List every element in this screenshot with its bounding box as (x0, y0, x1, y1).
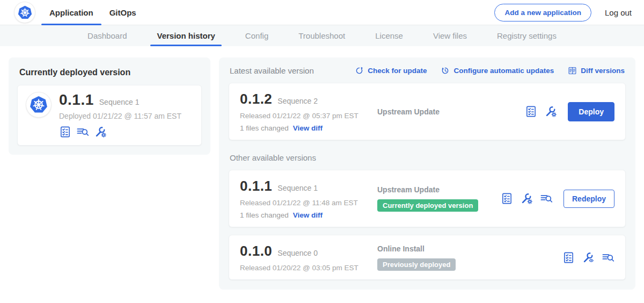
header-tab-application[interactable]: Application (49, 0, 93, 25)
schedule-icon (441, 66, 450, 75)
release-notes-icon[interactable] (501, 192, 513, 205)
action-check-for-update[interactable]: Check for update (355, 66, 427, 75)
version-number: 0.1.1 (240, 178, 272, 194)
deploy-button[interactable]: Deploy (568, 102, 614, 121)
subnav-item-version-history[interactable]: Version history (157, 25, 215, 46)
header-tabs: ApplicationGitOps (49, 0, 136, 25)
currently-deployed-panel: Currently deployed version 0.1.1 Sequenc… (9, 57, 210, 155)
view-diff-link[interactable]: View diff (293, 124, 323, 132)
latest-available-title: Latest available version (230, 66, 314, 75)
kubernetes-logo-icon (26, 92, 51, 117)
logs-icon[interactable] (77, 126, 89, 138)
subnav-item-view-files[interactable]: View files (433, 25, 467, 46)
top-header: ApplicationGitOps Add a new application … (0, 0, 644, 25)
version-status-badge: Currently deployed version (377, 199, 478, 212)
release-notes-icon[interactable] (525, 105, 537, 118)
version-sequence: Sequence 0 (277, 249, 318, 257)
config-icon[interactable] (545, 105, 557, 118)
current-version-number: 0.1.1 (59, 91, 94, 109)
latest-version-list: 0.1.2 Sequence 2 Released 01/21/22 @ 05:… (229, 83, 626, 140)
currently-deployed-card: 0.1.1 Sequence 1 Deployed 01/21/22 @ 11:… (17, 85, 202, 146)
other-available-title: Other available versions (230, 153, 625, 162)
diff-icon (568, 66, 577, 75)
version-source-label: Upstream Update (377, 185, 495, 194)
subnav-item-dashboard[interactable]: Dashboard (87, 25, 127, 46)
currently-deployed-title: Currently deployed version (19, 68, 202, 77)
config-view-icon[interactable] (582, 251, 595, 264)
version-status-badge: Previously deployed (377, 258, 456, 271)
redeploy-button[interactable]: Redeploy (564, 190, 614, 208)
other-versions-list: 0.1.1 Sequence 1 Released 01/21/22 @ 11:… (229, 170, 626, 280)
action-diff-versions[interactable]: Diff versions (568, 66, 625, 75)
action-label: Check for update (368, 67, 427, 75)
version-number: 0.1.0 (240, 243, 272, 259)
kubernetes-logo-icon (14, 2, 35, 23)
app-subnav: DashboardVersion historyConfigTroublesho… (0, 25, 644, 46)
subnav-item-troubleshoot[interactable]: Troubleshoot (298, 25, 345, 46)
action-configure-automatic-updates[interactable]: Configure automatic updates (441, 66, 554, 75)
header-tab-gitops[interactable]: GitOps (109, 0, 136, 25)
config-icon[interactable] (521, 192, 533, 205)
version-source-label: Online Install (377, 244, 557, 253)
view-diff-link[interactable]: View diff (293, 211, 323, 219)
action-label: Configure automatic updates (453, 67, 554, 75)
header-right: Add a new application Log out (494, 0, 632, 25)
subnav-item-registry-settings[interactable]: Registry settings (497, 25, 557, 46)
version-sequence: Sequence 2 (277, 97, 318, 105)
version-row: 0.1.2 Sequence 2 Released 01/21/22 @ 05:… (229, 83, 626, 140)
refresh-icon (355, 66, 364, 75)
version-released-date: Released 01/21/22 @ 05:37 pm EST (240, 112, 377, 120)
version-row: 0.1.1 Sequence 1 Released 01/21/22 @ 11:… (229, 170, 626, 227)
action-label: Diff versions (581, 67, 625, 75)
files-changed-label: 1 files changed (240, 211, 289, 219)
version-source-label: Upstream Update (377, 107, 519, 116)
logs-icon[interactable] (602, 251, 614, 264)
version-actions: Check for updateConfigure automatic upda… (355, 66, 625, 75)
current-version-actions (59, 126, 181, 138)
current-version-sequence: Sequence 1 (99, 98, 140, 106)
release-notes-icon[interactable] (562, 251, 575, 264)
files-changed-label: 1 files changed (240, 124, 289, 132)
version-released-date: Released 01/21/22 @ 11:48 am EST (240, 199, 377, 207)
version-sequence: Sequence 1 (277, 184, 318, 192)
version-row-actions: Redeploy (501, 190, 614, 208)
version-number: 0.1.2 (240, 91, 272, 107)
subnav-item-license[interactable]: License (375, 25, 403, 46)
version-row: 0.1.0 Sequence 0 Released 01/20/22 @ 03:… (229, 235, 626, 280)
subnav-item-config[interactable]: Config (245, 25, 268, 46)
version-row-actions: Deploy (525, 102, 614, 121)
add-new-application-button[interactable]: Add a new application (494, 4, 591, 21)
logout-button[interactable]: Log out (605, 8, 632, 17)
version-row-actions (562, 251, 614, 264)
config-icon[interactable] (94, 126, 107, 138)
version-released-date: Released 01/20/22 @ 03:05 pm EST (240, 264, 377, 272)
logs-icon[interactable] (540, 192, 553, 205)
current-version-deployed-date: Deployed 01/21/22 @ 11:57 am EST (59, 112, 181, 120)
release-notes-icon[interactable] (59, 126, 71, 138)
available-versions-panel: Latest available version Check for updat… (219, 57, 635, 290)
main-content: Currently deployed version 0.1.1 Sequenc… (0, 46, 644, 301)
